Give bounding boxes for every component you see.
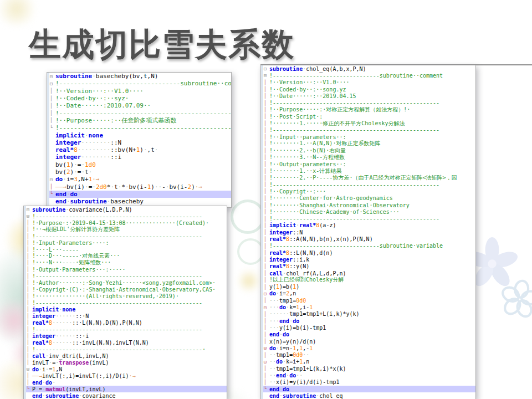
code-token: ──→ [32,373,42,379]
code-token: * [121,183,125,191]
code-text: !········2.··P·----协方差·（由于A已经为对称正定矩阵<法矩阵… [269,174,457,182]
code-text: !---------------------------------------… [269,127,439,133]
code-text: real*8::A(N,N),b(n),x(n),P(N,N) [269,236,373,242]
code-token: │ [264,298,267,303]
code-token: transpose [59,360,89,366]
code-token: ::L(N,N),d(n) [289,250,332,256]
code-token: │ [264,148,267,154]
code-token: │ [264,311,267,317]
code-text: ···do·k=1,i-1 [269,304,313,310]
code-text: !---------------------------------------… [32,273,202,279]
code-token: ::A(N,N),b(n),x(n),P(N,N) [289,236,373,242]
code-token: ::·i [75,333,89,339]
code-line: │!··Input··parameters··: [261,134,475,140]
code-token: !---------------------------------------… [32,300,202,306]
code-token: do [293,318,299,324]
code-text: call·chol_rf(A,L,d,P,n) [269,270,346,277]
code-text: implicit·none [32,306,75,313]
code-token: ·→ [195,183,202,191]
code-line: │···end·do [261,318,475,324]
teal-circle-outline-2 [237,238,264,265]
code-text: end·subroutine·basecheby [55,198,144,205]
code-token: · [144,146,147,154]
code-token: ··· [269,325,279,331]
code-token: do [283,386,289,392]
code-token: └ [27,386,29,392]
code-panel-chol-eq: ⊟subroutine·chol_eq(A,b,x,P,N)⊟!--------… [260,65,476,399]
code-token: do [283,331,289,337]
code-token: invLT [32,360,49,366]
code-token: │ [264,380,267,385]
code-token: │ [27,220,29,226]
code-token: 1 [66,161,70,168]
code-token: ::i [110,154,121,161]
code-token: !---------------------------------------… [32,346,206,352]
code-line: ⊟!--------------------------------subrou… [261,72,475,79]
code-token: · [85,183,89,191]
code-text: !--------------------------------subrout… [269,73,443,79]
code-text: !········3.··N--方程维数 [269,154,345,161]
code-token: !····L···----- [32,247,79,253]
code-line: end·subroutine·covariance [24,392,227,399]
code-token: ⊟ [264,345,267,351]
code-token: do [269,290,276,296]
code-text: !---------------------------------------… [32,233,202,239]
code-text: !---------------------------------------… [269,182,439,188]
code-token: !··Date······:··2019.04.15 [269,93,356,99]
code-token: ::i,k [293,257,309,263]
code-token: ··· [269,318,279,324]
code-token: inv_dtri(L,invL,N) [49,353,109,359]
code-line: │!··→根据LDL'分解计算协方差矩阵 [24,226,227,233]
code-token: ······ [269,311,289,317]
code-token: tmp1=tmp1+L(i,k)*y(k) [289,311,359,317]
code-line: end·subroutine·basecheby [47,198,231,205]
code-token: subroutine [32,207,65,213]
code-token: │ [264,332,267,337]
code-token: end [269,331,279,337]
code-line: │implicit·real*8(a-z) [261,222,475,229]
code-token: ·· [269,366,276,372]
code-token: !··→根据LDL'分解计算协方差矩阵 [32,226,120,232]
code-token: end [55,191,66,198]
code-line: ⊟do·i=2,n [261,290,475,297]
code-token: │ [27,233,29,239]
code-token: │ [50,110,53,116]
code-line: │call·inv_dtri(L,invL,N) [24,352,227,359]
code-token: chol_eq(A,b,x,P,N) [306,66,366,72]
code-line: │real*8::L(N,N),d(n) [261,249,475,256]
code-text: real*8······::·invL(N,N),invLT(N,N) [32,340,149,346]
code-text: ···end·do [269,318,299,324]
code-token: │ [264,188,267,194]
code-token: ) [296,284,299,290]
code-token: implicit [269,222,296,228]
code-token: (a-z) [319,222,336,228]
code-line: real*8·········::bv(N+1)·,t· [47,146,231,154]
code-text: !··Input··parameters··: [269,134,346,140]
code-line: └P·=·matmul(invLT,invL) [24,386,227,392]
code-token: ······ [52,320,72,326]
code-token: │ [27,293,29,299]
code-token: ·· [296,372,303,378]
code-line: │!··Version···:··V1.0···· [261,79,475,86]
code-token: ········ [81,139,110,146]
code-line: │end·do [261,331,475,338]
code-text: !··Copyrigt··:··· [269,188,326,195]
code-token: !········3.··N--方程维数 [269,154,345,160]
code-line: │··x(i)=y(i)/d(i)-tmp1 [261,379,475,386]
code-text: real*8·········::bv(N+1)·,t· [55,146,158,154]
code-token: ⊟ [264,359,267,365]
code-token: integer [32,333,55,339]
code-token: 2 [66,168,70,176]
editor-margin-strip [261,65,263,399]
code-token: 0d0 [293,352,303,358]
code-token: !····N···----·矩阵维数··· [32,259,111,265]
code-line: │!·Copyrigt·(C)·:·Shanghai·Astronomical·… [24,286,227,293]
code-token: 3 [74,176,78,183]
code-line: │!··Purpose·····:··任意阶多项式基函数 [47,117,231,124]
code-line: bv(2)·=·t· [47,168,231,176]
code-token: ⊟ [264,73,267,78]
code-text: !---------------------------------------… [269,216,439,222]
code-line: └end·do [261,386,475,392]
code-token: ) [151,183,155,191]
code-token: bv(i- [129,183,147,191]
